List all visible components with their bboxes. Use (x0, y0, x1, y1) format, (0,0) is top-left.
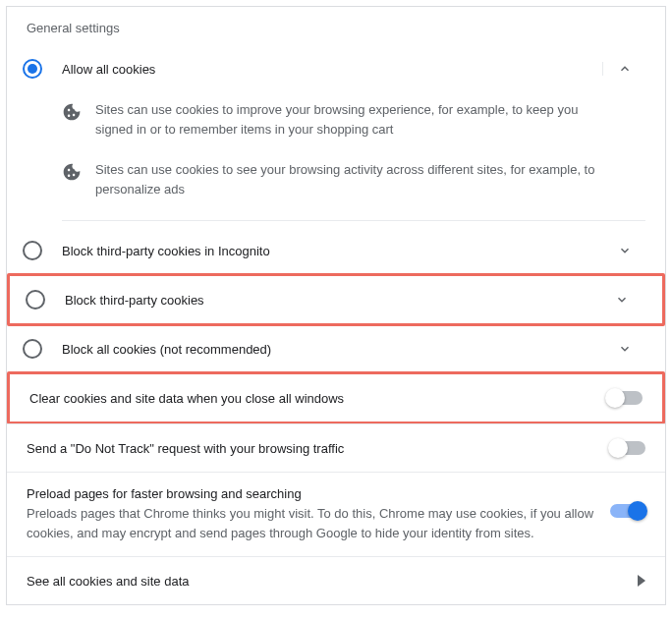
cookie-icon (62, 162, 82, 182)
divider (62, 220, 645, 221)
highlight-clear-on-close: Clear cookies and site data when you clo… (7, 371, 665, 424)
allow-all-details: Sites can use cookies to improve your br… (7, 92, 665, 220)
toggle-clear-on-close-row: Clear cookies and site data when you clo… (10, 374, 662, 422)
chevron-down-icon (618, 244, 632, 257)
chevron-down-icon (618, 342, 632, 356)
detail-item: Sites can use cookies to see your browsi… (62, 152, 645, 212)
toggle-label: Send a "Do Not Track" request with your … (27, 441, 598, 456)
radio-icon (23, 339, 42, 359)
caret-right-icon (638, 575, 645, 587)
option-block-all-cookies[interactable]: Block all cookies (not recommended) (7, 325, 665, 372)
toggle-preload[interactable] (610, 504, 645, 518)
option-label: Allow all cookies (62, 62, 602, 77)
expand-button[interactable] (602, 244, 645, 257)
section-title: General settings (7, 7, 665, 45)
option-allow-all-cookies[interactable]: Allow all cookies (7, 45, 665, 92)
chevron-down-icon (615, 293, 629, 307)
expand-button[interactable] (602, 342, 645, 356)
highlight-block-third-party: Block third-party cookies (7, 273, 665, 326)
detail-item: Sites can use cookies to improve your br… (62, 92, 645, 152)
toggle-knob (608, 438, 628, 458)
toggle-clear-on-close[interactable] (607, 391, 643, 405)
option-label: Block third-party cookies in Incognito (62, 244, 602, 258)
link-label: See all cookies and site data (27, 574, 638, 589)
toggle-knob (605, 388, 625, 408)
link-see-all-cookies[interactable]: See all cookies and site data (7, 557, 665, 604)
toggle-label: Clear cookies and site data when you clo… (29, 391, 595, 406)
radio-icon (26, 290, 45, 310)
radio-icon (23, 241, 42, 260)
option-block-third-party[interactable]: Block third-party cookies (10, 276, 662, 323)
toggle-label: Preload pages for faster browsing and se… (27, 486, 598, 501)
radio-icon (23, 59, 42, 79)
chevron-up-icon (618, 62, 632, 76)
toggle-description: Preloads pages that Chrome thinks you mi… (27, 504, 598, 542)
detail-text: Sites can use cookies to improve your br… (95, 100, 645, 139)
cookie-icon (62, 102, 82, 122)
expand-button[interactable] (599, 293, 643, 307)
toggle-knob (628, 501, 647, 521)
option-label: Block third-party cookies (65, 293, 599, 308)
detail-text: Sites can use cookies to see your browsi… (95, 160, 645, 198)
option-block-third-party-incognito[interactable]: Block third-party cookies in Incognito (7, 227, 665, 274)
option-label: Block all cookies (not recommended) (62, 342, 602, 357)
general-settings-panel: General settings Allow all cookies Sites… (6, 6, 666, 605)
toggle-do-not-track[interactable] (610, 441, 645, 455)
collapse-button[interactable] (602, 62, 645, 76)
preload-text-block: Preload pages for faster browsing and se… (27, 486, 598, 542)
toggle-do-not-track-row: Send a "Do Not Track" request with your … (7, 424, 665, 472)
toggle-preload-row: Preload pages for faster browsing and se… (7, 473, 665, 556)
